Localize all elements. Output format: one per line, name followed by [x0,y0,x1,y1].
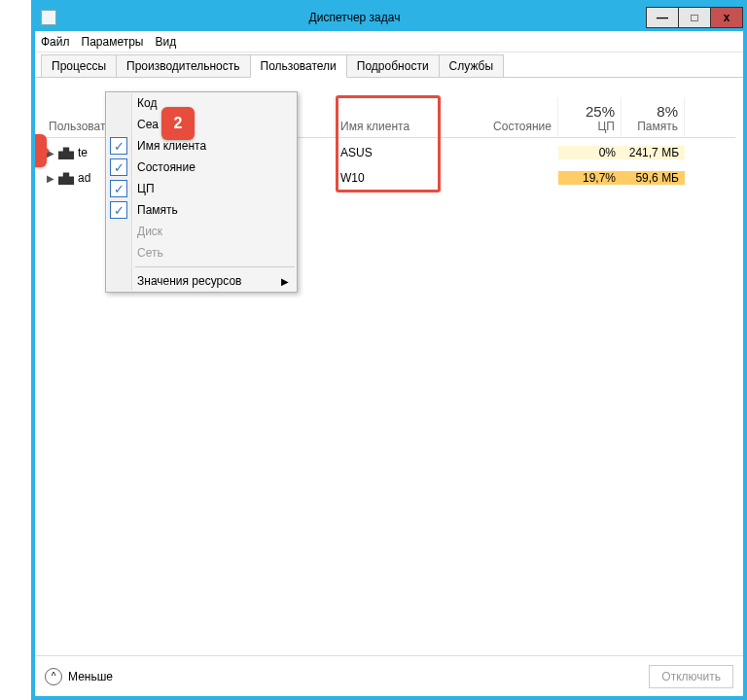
menu-options[interactable]: Параметры [82,35,144,49]
ctx-item-mem[interactable]: ✓ Память [106,199,297,221]
ctx-item-state[interactable]: ✓ Состояние [106,157,297,178]
ctx-item-resources[interactable]: Значения ресурсов ▶ [106,270,297,292]
check-icon: ✓ [110,201,127,219]
col-cpu-header[interactable]: 25% ЦП [558,97,622,137]
ctx-item-net[interactable]: Сеть [106,242,297,263]
mem-label: Память [637,120,678,133]
cpu-cell: 19,7% [558,171,622,185]
user-name: te [78,146,88,159]
cpu-cell: 0% [558,146,622,159]
window-controls: — □ x [647,7,743,28]
user-icon [58,146,74,159]
user-name: ad [78,171,90,185]
tab-services[interactable]: Службы [439,54,504,77]
submenu-arrow-icon: ▶ [281,276,289,287]
ctx-item-cpu[interactable]: ✓ ЦП [106,178,297,199]
content-area: Пользоват Имя клиента Состояние 25% ЦП 8… [35,78,743,655]
fewer-details-button[interactable]: ^ Меньше [45,668,113,685]
task-manager-window: Диспетчер задач — □ x Файл Параметры Вид… [31,0,747,700]
client-cell: W10 [335,171,442,185]
tab-details[interactable]: Подробности [346,54,440,77]
mem-percent: 8% [657,103,678,120]
client-cell: ASUS [335,146,442,159]
ctx-separator [135,266,295,267]
disconnect-button[interactable]: Отключить [649,665,733,688]
annotation-callout-2: 2 [161,107,195,140]
menu-file[interactable]: Файл [41,35,70,49]
ctx-item-disk[interactable]: Диск [106,221,297,242]
menu-view[interactable]: Вид [155,35,176,49]
expand-icon[interactable]: ▶ [47,173,54,184]
tab-performance[interactable]: Производительность [116,54,250,77]
titlebar: Диспетчер задач — □ x [35,4,743,31]
fewer-details-label: Меньше [68,670,113,683]
footer: ^ Меньше Отключить [35,655,743,696]
cpu-percent: 25% [586,103,615,120]
window-title: Диспетчер задач [62,11,647,24]
check-icon: ✓ [110,158,127,176]
maximize-button[interactable]: □ [678,7,711,28]
ctx-item-client[interactable]: ✓ Имя клиента [106,135,297,157]
annotation-callout-1: 1 [35,134,47,167]
user-icon [58,171,74,185]
mem-cell: 241,7 МБ [622,146,685,159]
minimize-button[interactable]: — [646,7,679,28]
ctx-item-kod[interactable]: Код [106,92,297,114]
menubar: Файл Параметры Вид [35,31,743,52]
chevron-up-icon: ^ [45,668,62,685]
tab-strip: Процессы Производительность Пользователи… [35,52,743,78]
tab-processes[interactable]: Процессы [41,54,117,77]
close-button[interactable]: x [710,7,743,28]
col-client-header[interactable]: Имя клиента [335,97,442,137]
ctx-item-sea[interactable]: Сеа [106,114,297,135]
col-mem-header[interactable]: 8% Память [622,97,685,137]
cpu-label: ЦП [597,120,615,133]
app-icon [41,10,56,25]
col-state-header[interactable]: Состояние [442,97,558,137]
mem-cell: 59,6 МБ [622,171,685,185]
check-icon: ✓ [110,137,127,155]
tab-users[interactable]: Пользователи [250,54,347,78]
column-context-menu: Код Сеа ✓ Имя клиента ✓ Состояние ✓ ЦП ✓… [105,91,298,293]
check-icon: ✓ [110,180,127,197]
